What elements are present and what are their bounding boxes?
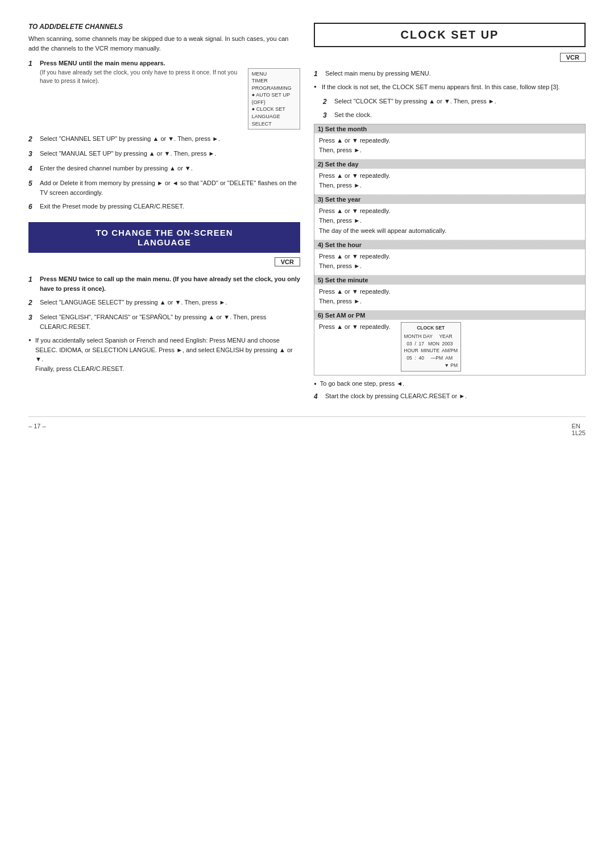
set-day-body: Press ▲ or ▼ repeatedly.Then, press ►. xyxy=(314,169,585,194)
lang-step-text-1: Press MENU twice to call up the main men… xyxy=(40,274,300,293)
step-4: 4 Enter the desired channel number by pr… xyxy=(28,164,300,174)
set-month-title: 1) Set the month xyxy=(314,124,585,133)
add-delete-intro: When scanning, some channels may be skip… xyxy=(28,34,300,53)
set-year-section: 3) Set the year Press ▲ or ▼ repeatedly.… xyxy=(314,195,585,240)
vcr-badge-clock: VCR xyxy=(560,53,586,62)
step-text-3: Select "MANUAL SET UP" by pressing ▲ or … xyxy=(40,149,217,159)
add-delete-steps: 1 Press MENU until the main menu appears… xyxy=(28,59,300,212)
left-column: TO ADD/DELETE CHANNELS When scanning, so… xyxy=(28,23,300,405)
lang-steps: 1 Press MENU twice to call up the main m… xyxy=(28,274,300,331)
step-num-2: 2 xyxy=(28,134,36,144)
clock-step-num-4: 4 xyxy=(314,391,322,402)
set-month-section: 1) Set the month Press ▲ or ▼ repeatedly… xyxy=(314,124,585,160)
clock-step-text-3: Set the clock. xyxy=(334,110,372,120)
clock-intro-step-1: 1 Select main menu by pressing MENU. xyxy=(314,69,586,79)
lang-code: EN xyxy=(572,423,580,429)
lang-step-text-2: Select "LANGUAGE SELECT" by pressing ▲ o… xyxy=(40,298,227,308)
lang-step-num-1: 1 xyxy=(28,274,36,293)
step-num-5: 5 xyxy=(28,178,36,197)
lang-step-text-3: Select "ENGLISH", "FRANCAIS" or "ESPAÑOL… xyxy=(40,312,300,331)
set-sections-wrapper: 1) Set the month Press ▲ or ▼ repeatedly… xyxy=(314,124,586,375)
step-text-4: Enter the desired channel number by pres… xyxy=(40,164,193,174)
set-minute-title: 5) Set the minute xyxy=(314,276,585,285)
clock-step-text-4: Start the clock by pressing CLEAR/C.RESE… xyxy=(325,391,467,402)
clock-intro-steps: 1 Select main menu by pressing MENU. xyxy=(314,69,586,79)
step-6: 6 Exit the Preset mode by pressing CLEAR… xyxy=(28,202,300,212)
right-column: CLOCK SET UP VCR 1 Select main menu by p… xyxy=(314,23,586,405)
step-2: 2 Select "CHANNEL SET UP" by pressing ▲ … xyxy=(28,134,300,144)
step-num-6: 6 xyxy=(28,202,36,212)
clock-sub-steps: 2 Select "CLOCK SET" by pressing ▲ or ▼.… xyxy=(314,97,586,120)
menu-box: MENUTIMER PROGRAMMING● AUTO SET UP (OFF)… xyxy=(248,68,300,130)
step-num-4: 4 xyxy=(28,164,36,174)
set-minute-section: 5) Set the minute Press ▲ or ▼ repeatedl… xyxy=(314,276,585,311)
lang-bullet-note2: Finally, press CLEAR/C.RESET. xyxy=(35,365,124,372)
lang-bullet-note: If you accidentally select Spanish or Fr… xyxy=(28,336,300,373)
set-hour-title: 4) Set the hour xyxy=(314,240,585,249)
page-num: – 17 – xyxy=(28,423,46,436)
clock-final-step-4: 4 Start the clock by pressing CLEAR/C.RE… xyxy=(314,391,586,402)
clock-sub-step-3: 3 Set the clock. xyxy=(314,110,586,120)
lang-step-num-3: 3 xyxy=(28,312,36,331)
set-ampm-body: Press ▲ or ▼ repeatedly. CLOCK SET MONTH… xyxy=(314,320,585,375)
step-5: 5 Add or Delete it from memory by pressi… xyxy=(28,178,300,197)
to-change-line1: TO CHANGE THE ON-SCREEN xyxy=(33,228,296,237)
footer-divider xyxy=(28,416,586,417)
clock-final-step: 4 Start the clock by pressing CLEAR/C.RE… xyxy=(314,391,586,402)
set-hour-body: Press ▲ or ▼ repeatedly.Then, press ►. xyxy=(314,249,585,275)
step-text-2: Select "CHANNEL SET UP" by pressing ▲ or… xyxy=(40,134,220,144)
step-text-5: Add or Delete it from memory by pressing… xyxy=(40,178,300,197)
clock-step-num-1: 1 xyxy=(314,69,322,79)
step-3: 3 Select "MANUAL SET UP" by pressing ▲ o… xyxy=(28,149,300,159)
to-change-line2: LANGUAGE xyxy=(33,237,296,247)
step-num-1: 1 xyxy=(28,59,36,130)
add-delete-channels-title: TO ADD/DELETE CHANNELS xyxy=(28,23,300,31)
step-text-6: Exit the Preset mode by pressing CLEAR/C… xyxy=(40,202,184,212)
step-1: 1 Press MENU until the main menu appears… xyxy=(28,59,300,130)
set-day-title: 2) Set the day xyxy=(314,160,585,169)
lang-step-3: 3 Select "ENGLISH", "FRANCAIS" or "ESPAÑ… xyxy=(28,312,300,331)
step-1-sub: (If you have already set the clock, you … xyxy=(40,68,241,86)
page-footer: – 17 – EN 1L25 xyxy=(28,423,586,436)
go-back-note: To go back one step, press ◄. xyxy=(314,380,586,387)
set-minute-body: Press ▲ or ▼ repeatedly.Then, press ►. xyxy=(314,285,585,310)
clock-step-text-2: Select "CLOCK SET" by pressing ▲ or ▼. T… xyxy=(334,97,496,107)
set-year-body: Press ▲ or ▼ repeatedly.Then, press ►.Th… xyxy=(314,204,585,240)
clock-sub-step-2: 2 Select "CLOCK SET" by pressing ▲ or ▼.… xyxy=(314,97,586,107)
set-month-body: Press ▲ or ▼ repeatedly.Then, press ►. xyxy=(314,133,585,159)
clock-step-text-1: Select main menu by pressing MENU. xyxy=(325,69,431,79)
set-ampm-title: 6) Set AM or PM xyxy=(314,311,585,320)
set-ampm-text: Press ▲ or ▼ repeatedly. xyxy=(319,322,391,332)
lang-step-num-2: 2 xyxy=(28,298,36,308)
set-ampm-section: 6) Set AM or PM Press ▲ or ▼ repeatedly.… xyxy=(314,311,585,375)
to-change-language-box: TO CHANGE THE ON-SCREEN LANGUAGE xyxy=(28,222,300,253)
vcr-badge-lang: VCR xyxy=(275,257,300,266)
lang-step-1: 1 Press MENU twice to call up the main m… xyxy=(28,274,300,293)
set-year-title: 3) Set the year xyxy=(314,195,585,204)
clock-step-num-2: 2 xyxy=(323,97,331,107)
clock-screen-box: CLOCK SET MONTH DAY YEAR 03 / 17 MON 200… xyxy=(401,322,461,372)
footer-right: EN 1L25 xyxy=(572,423,586,436)
model-code: 1L25 xyxy=(572,429,586,436)
clock-note: If the clock is not set, the CLOCK SET m… xyxy=(314,82,586,92)
step-text-1: Press MENU until the main menu appears. … xyxy=(40,59,300,130)
set-hour-section: 4) Set the hour Press ▲ or ▼ repeatedly.… xyxy=(314,240,585,276)
lang-step-2: 2 Select "LANGUAGE SELECT" by pressing ▲… xyxy=(28,298,300,308)
clock-step-num-3: 3 xyxy=(323,110,331,120)
step-num-3: 3 xyxy=(28,149,36,159)
clock-set-up-title: CLOCK SET UP xyxy=(314,23,586,47)
set-day-section: 2) Set the day Press ▲ or ▼ repeatedly.T… xyxy=(314,160,585,195)
